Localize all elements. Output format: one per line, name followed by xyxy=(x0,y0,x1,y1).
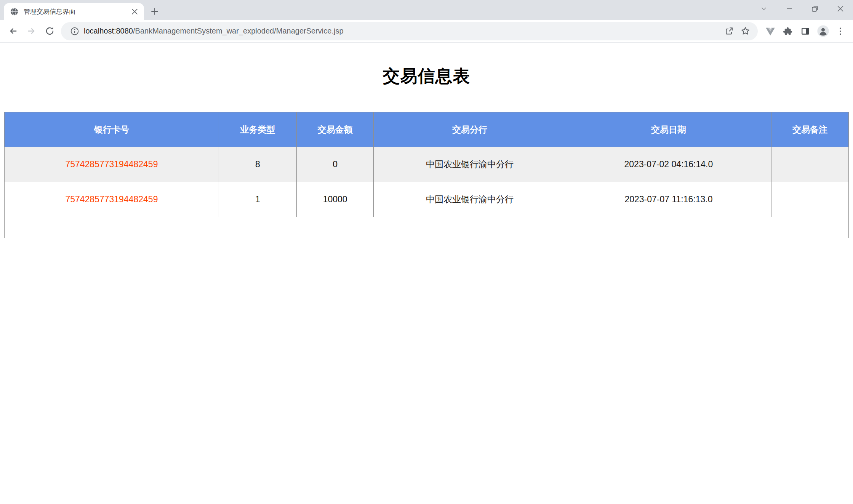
cell-amount: 10000 xyxy=(296,182,374,217)
header-business-type: 业务类型 xyxy=(219,112,296,147)
vue-devtools-extension-icon[interactable] xyxy=(762,22,779,40)
card-number-link[interactable]: 7574285773194482459 xyxy=(65,194,158,204)
share-icon[interactable] xyxy=(721,23,737,39)
url-path: /BankManagementSystem_war_exploded/Manag… xyxy=(133,27,344,35)
extensions-puzzle-icon[interactable] xyxy=(779,22,797,40)
window-controls xyxy=(751,0,853,18)
table-header-row: 银行卡号 业务类型 交易金额 交易分行 交易日期 交易备注 xyxy=(5,112,849,147)
browser-tab[interactable]: 管理交易信息界面 xyxy=(4,3,144,20)
header-branch: 交易分行 xyxy=(374,112,566,147)
back-icon[interactable] xyxy=(4,22,22,40)
bookmark-star-icon[interactable] xyxy=(737,23,753,39)
new-tab-button[interactable] xyxy=(147,4,162,19)
table-row: 7574285773194482459 1 10000 中国农业银行渝中分行 2… xyxy=(5,182,849,217)
cell-business-type: 1 xyxy=(219,182,296,217)
cell-note xyxy=(771,147,849,182)
kebab-menu-icon[interactable] xyxy=(832,22,849,40)
page-title: 交易信息表 xyxy=(0,65,853,88)
card-number-link[interactable]: 7574285773194482459 xyxy=(65,159,158,169)
forward-icon[interactable] xyxy=(22,22,40,40)
footer-empty-cell xyxy=(5,217,849,238)
tab-close-icon[interactable] xyxy=(129,6,140,17)
cell-date: 2023-07-07 11:16:13.0 xyxy=(566,182,771,217)
globe-favicon-icon xyxy=(10,7,19,16)
tab-search-chevron-icon[interactable] xyxy=(751,0,776,18)
profile-avatar[interactable] xyxy=(814,22,832,40)
table-footer-row xyxy=(5,217,849,238)
url-text: localhost:8080/BankManagementSystem_war_… xyxy=(84,27,721,35)
header-card-number: 银行卡号 xyxy=(5,112,219,147)
close-window-button[interactable] xyxy=(827,0,853,18)
header-amount: 交易金额 xyxy=(296,112,374,147)
address-bar[interactable]: localhost:8080/BankManagementSystem_war_… xyxy=(61,22,758,40)
cell-business-type: 8 xyxy=(219,147,296,182)
tab-title: 管理交易信息界面 xyxy=(24,7,129,16)
browser-toolbar: localhost:8080/BankManagementSystem_war_… xyxy=(0,20,853,43)
cell-date: 2023-07-02 04:16:14.0 xyxy=(566,147,771,182)
side-panel-icon[interactable] xyxy=(797,22,814,40)
page-content: 交易信息表 银行卡号 业务类型 交易金额 交易分行 交易日期 交易备注 7574… xyxy=(0,65,853,504)
reload-icon[interactable] xyxy=(40,22,59,40)
transactions-table: 银行卡号 业务类型 交易金额 交易分行 交易日期 交易备注 7574285773… xyxy=(4,112,849,238)
minimize-button[interactable] xyxy=(776,0,802,18)
header-note: 交易备注 xyxy=(771,112,849,147)
restore-button[interactable] xyxy=(802,0,827,18)
cell-card-number: 7574285773194482459 xyxy=(5,182,219,217)
cell-branch: 中国农业银行渝中分行 xyxy=(374,182,566,217)
cell-card-number: 7574285773194482459 xyxy=(5,147,219,182)
table-row: 7574285773194482459 8 0 中国农业银行渝中分行 2023-… xyxy=(5,147,849,182)
site-info-icon[interactable] xyxy=(67,24,82,39)
cell-branch: 中国农业银行渝中分行 xyxy=(374,147,566,182)
url-host: localhost:8080 xyxy=(84,27,133,35)
tab-strip: 管理交易信息界面 xyxy=(0,0,853,20)
cell-amount: 0 xyxy=(296,147,374,182)
header-date: 交易日期 xyxy=(566,112,771,147)
cell-note xyxy=(771,182,849,217)
